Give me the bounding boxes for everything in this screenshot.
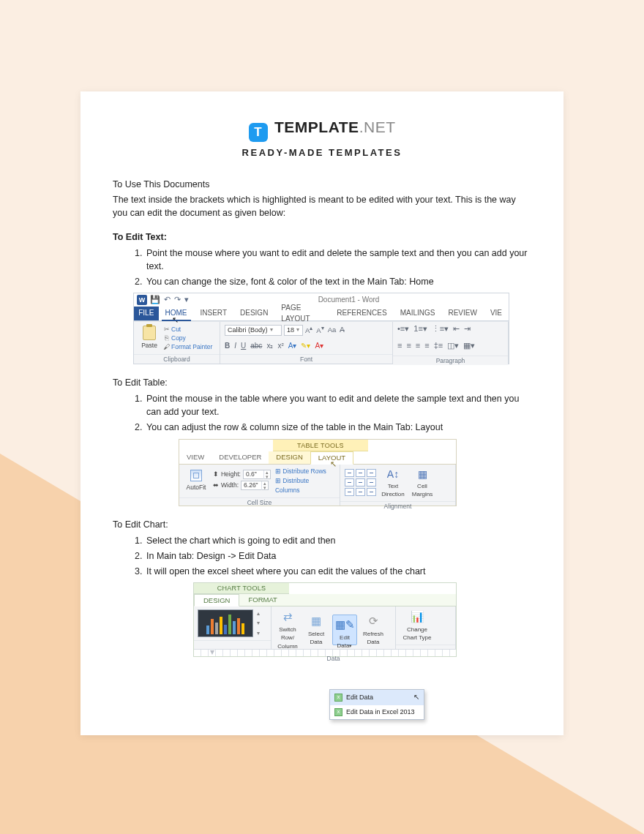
- alignment-grid[interactable]: [345, 469, 376, 496]
- height-label: Height:: [221, 470, 241, 478]
- justify-button[interactable]: ≡: [424, 340, 429, 352]
- menu-item-edit-data[interactable]: xEdit Data↖: [330, 690, 424, 705]
- edit-chart-heading: To Edit Chart:: [113, 518, 531, 531]
- style-more-icon[interactable]: ▾: [257, 629, 260, 638]
- align-left-button[interactable]: ≡: [397, 340, 402, 352]
- col-width-icon: ⬌: [213, 481, 219, 489]
- paste-button[interactable]: Paste: [138, 326, 160, 350]
- text-direction-button[interactable]: A↕Text Direction: [381, 467, 405, 499]
- intro-body: The text inside the brackets which is hi…: [113, 193, 531, 219]
- cut-label: Cut: [171, 326, 181, 333]
- tab-view[interactable]: VIEW: [179, 451, 211, 464]
- save-icon[interactable]: 💾: [150, 294, 160, 306]
- subscript-button[interactable]: x₂: [266, 341, 273, 352]
- align-right-button[interactable]: ≡: [416, 340, 420, 352]
- distribute-rows-button[interactable]: ⊞ Distribute Rows: [275, 467, 335, 476]
- tab-file[interactable]: FILE: [134, 307, 159, 320]
- row-height-icon: ⬍: [213, 470, 219, 478]
- chart-styles-group-label: [194, 640, 271, 649]
- font-color-button[interactable]: A▾: [315, 341, 323, 352]
- stepper-arrows-icon[interactable]: ▴▾: [261, 481, 268, 490]
- font-size-dropdown[interactable]: 18▾: [284, 325, 303, 336]
- menu-item-label: Edit Data: [346, 693, 373, 702]
- menu-item-label: Edit Data in Excel 2013: [346, 707, 415, 717]
- select-data-button[interactable]: ▦Select Data: [304, 613, 329, 647]
- refresh-data-button[interactable]: ⟳Refresh Data: [361, 613, 386, 647]
- width-value: 6.26": [244, 481, 258, 489]
- shading-button[interactable]: ◫▾: [447, 340, 459, 352]
- distribute-cols-button[interactable]: ⊞ Distribute Columns: [275, 476, 335, 495]
- tab-table-layout[interactable]: LAYOUT↖: [310, 451, 353, 465]
- width-label: Width:: [221, 481, 239, 489]
- style-next-icon[interactable]: ▾: [257, 619, 260, 628]
- change-case-button[interactable]: Aa: [328, 325, 337, 335]
- highlight-button[interactable]: ✎▾: [301, 341, 310, 352]
- bold-button[interactable]: B: [225, 341, 230, 352]
- change-chart-type-button[interactable]: 📊Change Chart Type: [400, 609, 435, 642]
- menu-item-edit-data-excel[interactable]: xEdit Data in Excel 2013: [330, 705, 424, 719]
- edit-text-steps: Point the mouse where you want to edit a…: [113, 247, 531, 288]
- multilevel-button[interactable]: ⋮≡▾: [432, 323, 449, 335]
- tab-references[interactable]: REFERENCES: [330, 307, 393, 320]
- autofit-label: AutoFit: [187, 484, 206, 491]
- undo-icon[interactable]: ↶: [164, 294, 171, 306]
- cut-button[interactable]: ✂Cut: [163, 325, 212, 334]
- tab-view[interactable]: VIE: [484, 307, 509, 320]
- strike-button[interactable]: abc: [250, 341, 262, 352]
- width-stepper[interactable]: 6.26"▴▾: [241, 481, 269, 490]
- change-chart-type-icon: 📊: [400, 609, 435, 625]
- autofit-button[interactable]: AutoFit: [184, 470, 209, 492]
- document-page: T TEMPLATE.NET READY-MADE TEMPLATES To U…: [80, 91, 564, 735]
- text-effects-button[interactable]: A▾: [288, 341, 297, 352]
- grow-font-button[interactable]: A▴: [305, 324, 312, 336]
- chart-style-thumb[interactable]: [198, 609, 253, 637]
- bullets-button[interactable]: •≡▾: [397, 323, 409, 335]
- tab-table-design[interactable]: DESIGN: [269, 451, 310, 464]
- word-ribbon-screenshot: W 💾 ↶ ↷ ▾ Document1 - Word FILE HOME↖ IN…: [133, 293, 531, 364]
- font-family-dropdown[interactable]: Calibri (Body)▾: [225, 325, 282, 336]
- select-data-icon: ▦: [304, 613, 329, 629]
- redo-icon[interactable]: ↷: [174, 294, 181, 306]
- format-painter-button[interactable]: 🖌Format Painter: [163, 342, 212, 351]
- tab-chart-design[interactable]: DESIGN: [194, 594, 239, 606]
- superscript-button[interactable]: x²: [277, 341, 283, 352]
- word-tabs: FILE HOME↖ INSERT DESIGN PAGE LAYOUT REF…: [134, 307, 509, 321]
- tab-page-layout[interactable]: PAGE LAYOUT: [274, 307, 330, 320]
- tab-review[interactable]: REVIEW: [441, 307, 483, 320]
- copy-button[interactable]: ⎘Copy: [163, 334, 212, 342]
- tab-developer[interactable]: DEVELOPER: [211, 451, 269, 464]
- distribute-rows-label: Distribute Rows: [282, 467, 326, 475]
- list-item: You can adjust the row & column size of …: [145, 421, 531, 434]
- tab-design[interactable]: DESIGN: [233, 307, 274, 320]
- tab-insert[interactable]: INSERT: [194, 307, 234, 320]
- tab-chart-format[interactable]: FORMAT: [239, 594, 285, 606]
- cell-margins-button[interactable]: ▦Cell Margins: [410, 467, 435, 499]
- style-prev-icon[interactable]: ▴: [257, 609, 260, 618]
- tab-mailings[interactable]: MAILINGS: [394, 307, 442, 320]
- edit-chart-steps: Select the chart which is going to edit …: [113, 534, 531, 578]
- edit-table-steps: Point the mouse in the table where you w…: [113, 392, 531, 434]
- increase-indent-button[interactable]: ⇥: [464, 323, 471, 335]
- height-stepper[interactable]: 0.6"▴▾: [243, 470, 271, 479]
- line-spacing-button[interactable]: ‡≡: [434, 340, 443, 352]
- stepper-arrows-icon[interactable]: ▴▾: [263, 470, 270, 479]
- numbering-button[interactable]: 1≡▾: [413, 323, 427, 335]
- quick-access-toolbar: 💾 ↶ ↷ ▾: [150, 294, 189, 306]
- tab-home[interactable]: HOME↖: [159, 307, 194, 320]
- italic-button[interactable]: I: [234, 341, 236, 352]
- paste-icon: [143, 326, 156, 340]
- list-item: Point the mouse in the table where you w…: [145, 392, 531, 418]
- brand-main: TEMPLATE: [274, 119, 359, 135]
- refresh-data-icon: ⟳: [361, 613, 386, 629]
- switch-row-col-icon: ⇄: [275, 609, 300, 625]
- list-item: You can change the size, font & color of…: [145, 275, 531, 288]
- edit-data-button[interactable]: ▦✎Edit Data▾: [332, 615, 357, 645]
- borders-button[interactable]: ▦▾: [463, 340, 475, 352]
- align-center-button[interactable]: ≡: [406, 340, 411, 352]
- underline-button[interactable]: U: [241, 341, 246, 352]
- switch-row-col-button[interactable]: ⇄Switch Row/ Column: [275, 609, 300, 651]
- decrease-indent-button[interactable]: ⇤: [453, 323, 460, 335]
- shrink-font-button[interactable]: A▾: [316, 324, 323, 336]
- document-title: Document1 - Word: [189, 295, 509, 306]
- clear-formatting-button[interactable]: A̶: [340, 325, 345, 335]
